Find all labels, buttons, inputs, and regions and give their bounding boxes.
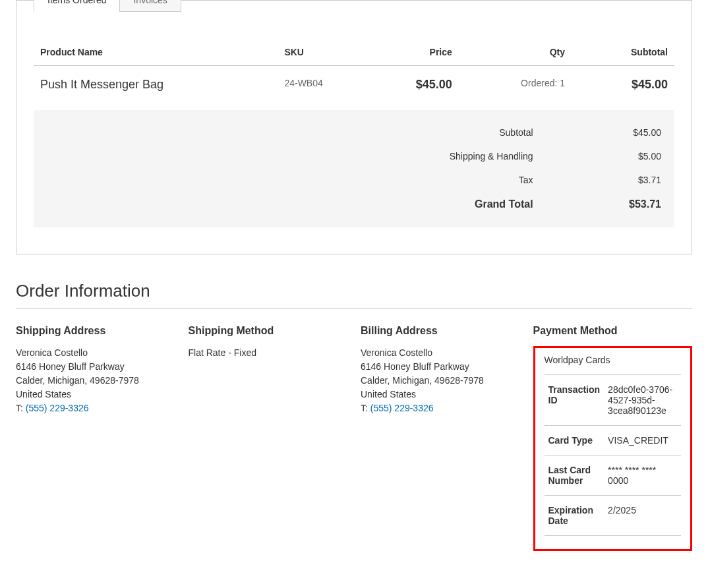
cell-price: $45.00: [370, 66, 459, 104]
subtotal-value: $45.00: [546, 121, 674, 144]
table-row: Push It Messenger Bag 24-WB04 $45.00 Ord…: [34, 66, 674, 104]
order-box: Items Ordered Invoices Product Name SKU …: [16, 0, 692, 254]
shipping-country: United States: [16, 388, 175, 401]
grand-total-label: Grand Total: [34, 192, 546, 217]
tabs: Items Ordered Invoices: [34, 0, 692, 12]
shipping-city: Calder, Michigan, 49628-7978: [16, 374, 175, 388]
cell-name: Push It Messenger Bag: [34, 66, 278, 104]
shipping-value: $5.00: [546, 144, 674, 168]
billing-name: Veronica Costello: [361, 346, 520, 360]
payment-detail-label: Last Card Number: [545, 456, 605, 496]
payment-detail-value: VISA_CREDIT: [604, 426, 681, 456]
cell-qty: Ordered: 1: [459, 66, 585, 104]
tax-label: Tax: [34, 168, 546, 192]
payment-method-col: Payment Method Worldpay Cards Transactio…: [533, 325, 693, 551]
billing-phone-prefix: T:: [361, 403, 370, 413]
tax-value: $3.71: [546, 168, 674, 192]
billing-phone-link[interactable]: (555) 229-3326: [370, 403, 434, 413]
cell-sku: 24-WB04: [278, 66, 370, 104]
payment-box: Worldpay Cards Transaction ID 28dc0fe0-3…: [533, 346, 693, 551]
payment-detail-label: Card Type: [545, 426, 605, 456]
subtotal-label: Subtotal: [34, 121, 546, 144]
shipping-address-title: Shipping Address: [16, 325, 175, 337]
shipping-name: Veronica Costello: [16, 346, 175, 360]
payment-details-table: Transaction ID 28dc0fe0-3706-4527-935d-3…: [545, 374, 682, 536]
cell-subtotal: $45.00: [585, 66, 674, 104]
shipping-method-value: Flat Rate - Fixed: [189, 346, 348, 360]
billing-phone-line: T: (555) 229-3326: [361, 401, 520, 415]
shipping-phone-line: T: (555) 229-3326: [16, 401, 175, 415]
billing-street: 6146 Honey Bluff Parkway: [361, 360, 520, 374]
col-product-name: Product Name: [34, 39, 278, 66]
shipping-label: Shipping & Handling: [34, 144, 546, 168]
shipping-method-title: Shipping Method: [189, 325, 348, 337]
section-title: Order Information: [16, 281, 692, 309]
shipping-street: 6146 Honey Bluff Parkway: [16, 360, 175, 374]
tab-invoices[interactable]: Invoices: [119, 0, 181, 12]
payment-method-name: Worldpay Cards: [545, 355, 682, 365]
shipping-address-col: Shipping Address Veronica Costello 6146 …: [16, 325, 175, 551]
shipping-phone-link[interactable]: (555) 229-3326: [26, 403, 89, 413]
payment-detail-value: **** **** **** 0000: [604, 456, 681, 496]
shipping-method-col: Shipping Method Flat Rate - Fixed: [189, 325, 348, 551]
billing-address-title: Billing Address: [361, 325, 520, 337]
payment-detail-value: 28dc0fe0-3706-4527-935d-3cea8f90123e: [604, 375, 681, 426]
grand-total-value: $53.71: [546, 192, 674, 217]
col-sku: SKU: [278, 39, 370, 66]
tab-items-ordered[interactable]: Items Ordered: [34, 0, 120, 12]
col-subtotal: Subtotal: [585, 39, 674, 66]
col-price: Price: [370, 39, 459, 66]
payment-method-title: Payment Method: [533, 325, 693, 337]
payment-detail-label: Transaction ID: [545, 375, 605, 426]
billing-city: Calder, Michigan, 49628-7978: [361, 374, 520, 388]
col-qty: Qty: [459, 39, 585, 66]
shipping-phone-prefix: T:: [16, 403, 26, 413]
payment-detail-label: Expiration Date: [545, 496, 605, 536]
info-grid: Shipping Address Veronica Costello 6146 …: [16, 325, 692, 551]
billing-address-col: Billing Address Veronica Costello 6146 H…: [361, 325, 520, 551]
payment-detail-value: 2/2025: [604, 496, 681, 536]
billing-country: United States: [361, 388, 520, 401]
items-table: Product Name SKU Price Qty Subtotal Push…: [34, 39, 674, 103]
totals-box: Subtotal $45.00 Shipping & Handling $5.0…: [34, 110, 674, 227]
